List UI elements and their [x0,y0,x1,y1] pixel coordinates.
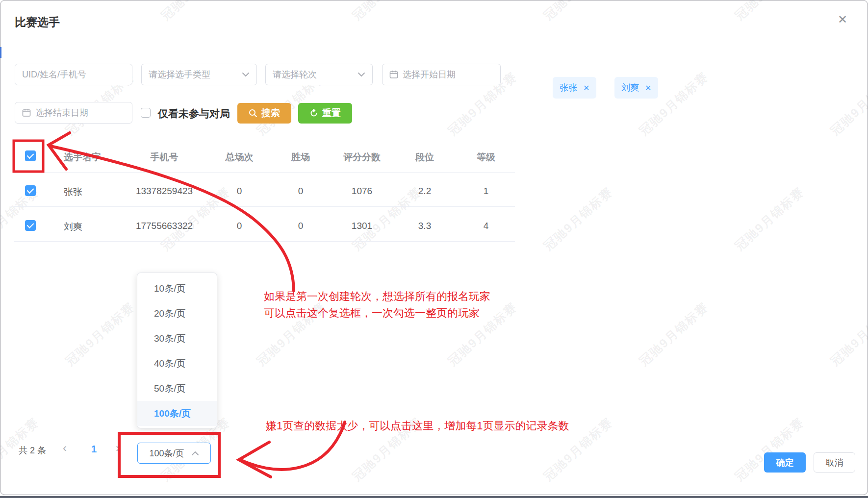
cell-total: 0 [210,186,269,197]
cell-wins: 0 [271,186,330,197]
page-size-select[interactable]: 100条/页 [137,443,211,464]
calendar-icon [22,108,31,117]
start-date-picker[interactable]: 选择开始日期 [382,64,501,85]
cell-dan: 2.2 [395,186,454,197]
reset-button-label: 重置 [322,107,341,120]
prev-page-icon[interactable]: ‹ [63,441,67,455]
cell-total: 0 [210,221,269,231]
search-icon [249,109,257,118]
chevron-down-icon [357,72,365,77]
end-date-placeholder: 选择结束日期 [35,107,88,119]
calendar-icon [389,70,398,79]
round-select[interactable]: 请选择轮次 [265,64,373,85]
cell-level: 1 [457,186,515,197]
cell-name: 张张 [64,186,82,199]
table-divider [14,172,515,173]
tag-close-icon[interactable]: ✕ [583,83,589,93]
table-divider [14,241,515,242]
pagination-total: 共 2 条 [19,445,46,456]
page-size-option[interactable]: 20条/页 [137,301,217,326]
chevron-down-icon [242,72,250,77]
refresh-icon [309,109,318,118]
annotation-text-page-size: 嫌1页查的数据太少，可以点击这里，增加每1页显示的记录条数 [266,418,569,434]
only-unplayed-label: 仅看未参与对局 [158,107,230,121]
column-header: 手机号 [125,151,204,164]
row-checkbox[interactable] [25,220,36,231]
cell-score: 1076 [330,186,394,197]
cell-name: 刘爽 [64,221,82,233]
screen: 冠驰9月锦标赛冠驰9月锦标赛冠驰9月锦标赛冠驰9月锦标赛冠驰9月锦标赛冠驰9月锦… [0,0,868,498]
cancel-button[interactable]: 取消 [814,452,855,473]
page-size-option[interactable]: 30条/页 [137,326,217,351]
column-header: 段位 [395,151,454,164]
cell-phone: 17755663322 [125,221,204,231]
page-size-option[interactable]: 10条/页 [137,276,217,301]
close-icon[interactable]: ✕ [838,13,847,26]
chevron-up-icon [191,451,199,456]
player-type-select[interactable]: 请选择选手类型 [141,64,257,85]
start-date-placeholder: 选择开始日期 [403,69,456,80]
round-placeholder: 请选择轮次 [273,69,317,80]
cell-phone: 13378259423 [125,186,204,197]
cell-level: 4 [457,221,515,231]
player-type-placeholder: 请选择选手类型 [149,69,210,80]
cell-wins: 0 [271,221,330,231]
tag-label: 刘爽 [621,82,639,94]
column-header: 评分分数 [330,151,394,164]
select-all-checkbox[interactable] [25,150,36,161]
page-size-option[interactable]: 40条/页 [137,351,217,376]
table-divider [14,206,515,207]
keyword-input-field[interactable] [22,70,125,80]
tag-label: 张张 [560,82,577,94]
page-size-option-selected[interactable]: 100条/页 [137,401,217,426]
column-header: 总场次 [210,151,269,164]
reset-button[interactable]: 重置 [298,103,352,124]
column-header: 选手名字 [64,151,101,164]
search-button[interactable]: 搜索 [237,103,291,124]
confirm-button[interactable]: 确定 [764,452,806,473]
annotation-line: 可以点击这个复选框，一次勾选一整页的玩家 [264,305,490,322]
page-size-option[interactable]: 50条/页 [137,376,217,401]
annotation-line: 如果是第一次创建轮次，想选择所有的报名玩家 [264,288,490,305]
page-size-dropdown: 10条/页 20条/页 30条/页 40条/页 50条/页 100条/页 [137,273,217,428]
search-button-label: 搜索 [261,107,280,120]
next-page-icon[interactable]: › [116,441,120,455]
annotation-text-checkbox: 如果是第一次创建轮次，想选择所有的报名玩家 可以点击这个复选框，一次勾选一整页的… [264,288,490,322]
selected-player-tag: 刘爽 ✕ [614,77,658,99]
cell-score: 1301 [330,221,394,231]
column-header: 等级 [457,151,515,164]
end-date-picker[interactable]: 选择结束日期 [15,102,132,124]
column-header: 胜场 [271,151,330,164]
tag-close-icon[interactable]: ✕ [645,83,651,93]
page-title: 比赛选手 [15,15,60,30]
page-size-value: 100条/页 [149,448,184,459]
keyword-input[interactable] [15,64,132,85]
row-checkbox[interactable] [25,185,36,196]
cell-dan: 3.3 [395,221,454,231]
selected-player-tag: 张张 ✕ [553,77,596,99]
current-page[interactable]: 1 [91,444,97,455]
only-unplayed-checkbox[interactable] [141,108,151,118]
